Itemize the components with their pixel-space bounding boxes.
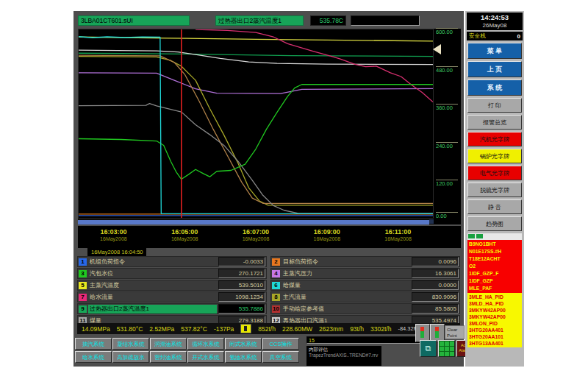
scale-pointer-icon[interactable] — [433, 44, 441, 54]
menu-button[interactable]: 抽汽系统 — [75, 338, 112, 350]
menu-button[interactable]: 密封油系统 — [150, 351, 187, 363]
y-axis-tick-label: 600.00 — [436, 28, 458, 35]
search-input[interactable] — [351, 15, 420, 26]
alarm-item[interactable]: 3MKYW42AP00 — [469, 307, 520, 314]
pen-color-swatch: 8 — [272, 294, 280, 301]
pen-tag-field[interactable]: 3LBA01CT601.sUI — [78, 15, 190, 26]
menu-button[interactable]: 闭式水系统 — [225, 338, 262, 350]
alarm-item[interactable]: 3MLD_HA_PID — [469, 300, 520, 307]
pen-color-swatch: 1 — [79, 258, 87, 266]
alarm-item[interactable]: 3HTG20AA401 — [469, 327, 520, 333]
link-icon: ⧉ — [426, 344, 431, 353]
pen-label: 给水流量 — [88, 293, 217, 302]
pen-legend: 16May2008 16:04:50 1机组负荷指令-0.00333汽包水位27… — [77, 250, 460, 322]
alarm-item[interactable]: 1IDF_GZP — [469, 277, 520, 285]
sidebar-button[interactable]: 菜 单 — [467, 43, 522, 59]
menu-button[interactable]: 循环水系统 — [187, 338, 224, 350]
status-value: 537.82°C — [181, 325, 207, 333]
legend-pen-row-7[interactable]: 7给水流量1098.1234 — [77, 291, 267, 302]
alarm-item[interactable]: 1IDF_GZP_F — [469, 270, 520, 277]
y-axis-tick-label: 360.00 — [436, 104, 458, 111]
y-axis-tick-label: 120.00 — [436, 180, 458, 187]
sidebar-button[interactable]: 系 统 — [467, 79, 522, 96]
pen-value: 539.5010 — [218, 280, 265, 290]
pen-label: 汽包水位 — [88, 269, 217, 278]
status-value: 3302t/h — [370, 325, 391, 333]
trend-svg — [79, 29, 433, 218]
grid-view-button[interactable] — [438, 340, 455, 357]
legend-column-left: 1机组负荷指令-0.00333汽包水位270.17215主蒸汽温度539.501… — [77, 256, 267, 326]
menu-button[interactable]: 润滑油系统 — [150, 338, 187, 350]
trend-line-coal-feed — [79, 37, 433, 214]
tick-time: 16:05:00 — [162, 228, 207, 236]
alarm-nav-chip-icon[interactable] — [476, 234, 483, 238]
legend-pen-row-10[interactable]: 10手动给定参考值85.5805 — [270, 303, 460, 314]
sidebar: 14:24:53 26May08 安全栈 0 菜 单上 页系 统打 印报警总览汽… — [465, 11, 524, 367]
legend-pen-row-9[interactable]: 9过热器出口2蒸汽温度1535.7886 — [77, 303, 267, 314]
mode-indicator-icon[interactable] — [240, 324, 251, 333]
safety-label: 安全栈 — [469, 32, 486, 40]
safety-value: 0 — [517, 33, 520, 40]
horizontal-scrollbar[interactable] — [78, 219, 429, 224]
pen-description-field[interactable]: 过热器出口2蒸汽温度1 — [215, 15, 304, 26]
alarm-item[interactable]: 3MLON_PID — [469, 320, 520, 327]
legend-pen-row-1[interactable]: 1机组负荷指令-0.0033 — [77, 256, 267, 267]
sidebar-button[interactable]: 上 页 — [467, 61, 522, 77]
menu-button[interactable]: 给水系统 — [75, 351, 112, 363]
legend-pen-row-8[interactable]: 8主汽流量830.9096 — [270, 291, 460, 302]
menu-button[interactable]: 高加疏放水 — [112, 351, 149, 363]
menu-button[interactable]: 凝结水系统 — [112, 338, 149, 350]
sidebar-button[interactable]: 脱硫光字牌 — [467, 183, 522, 197]
sidebar-button[interactable]: 打 印 — [467, 98, 522, 113]
sidebar-button[interactable]: 汽机光字牌 — [467, 132, 522, 146]
pen-label: 目标负荷指令 — [282, 258, 410, 266]
legend-pen-row-5[interactable]: 5主蒸汽温度539.5010 — [77, 280, 267, 291]
legend-pen-row-4[interactable]: 4主蒸汽压力16.3061 — [270, 268, 460, 279]
menu-button[interactable]: 真空系统 — [262, 351, 299, 363]
pen-color-swatch: 9 — [79, 305, 87, 313]
clock-time: 14:24:53 — [467, 13, 523, 22]
alarm-item[interactable]: O2 — [469, 263, 520, 270]
alarm-nav-chip-icon[interactable] — [468, 234, 475, 238]
command-output: 内部评估 TrapezTrendAXIS..TREND#7.rrv — [306, 346, 381, 366]
y-axis-tick-label: 0.00 — [436, 212, 458, 219]
legend-pen-row-2[interactable]: 2目标负荷指令0.0096 — [270, 256, 460, 267]
tick-date: 16May2008 — [376, 236, 420, 241]
alarm-item[interactable]: 3HTG20AA101 — [469, 333, 520, 340]
pen-value: 16.3061 — [412, 269, 459, 278]
status-value: 14.09MPa — [82, 325, 110, 333]
sidebar-button[interactable]: 报警总览 — [467, 115, 522, 130]
sidebar-button[interactable]: 趋势图 — [467, 216, 522, 231]
pen-color-swatch: 10 — [272, 305, 280, 313]
link-button[interactable]: ⧉ — [420, 340, 437, 357]
sidebar-button[interactable]: 静 音 — [467, 199, 522, 214]
menu-button[interactable]: CCS操作 — [262, 338, 299, 350]
menu-button[interactable]: 开式水系统 — [187, 351, 224, 363]
sidebar-button[interactable]: 电气光字牌 — [467, 166, 522, 180]
pen-color-swatch: 5 — [79, 282, 87, 289]
alarm-item[interactable]: 3MKYW42AP00 — [469, 314, 520, 320]
alarm-item[interactable]: T18E12ACHT — [469, 255, 520, 263]
clear-point-button[interactable]: Clear Point — [445, 325, 465, 339]
y-axis-tick-label: 240.00 — [436, 142, 458, 149]
alarm-item[interactable]: 3MLE_HA_PID — [469, 294, 520, 300]
alarm-item[interactable]: B9NO1BHT — [469, 241, 520, 248]
trend-plot-area[interactable] — [78, 29, 434, 219]
pen-label: 主蒸汽温度 — [88, 281, 217, 290]
trend-line-manual-ref — [79, 55, 433, 203]
alarm-item[interactable]: MLE_PAF — [469, 285, 520, 292]
command-input[interactable]: 15 — [306, 336, 421, 344]
x-axis-tick: 16:09:0016May2008 — [305, 228, 349, 241]
sidebar-button[interactable]: 锅炉光字牌 — [467, 149, 522, 163]
pen-label: 给煤量 — [282, 281, 410, 290]
menu-button[interactable]: 氢油水系统 — [225, 351, 262, 363]
command-line-2: TrapezTrendAXIS..TREND#7.rrv — [309, 353, 379, 358]
tick-time: 16:09:00 — [305, 228, 349, 236]
legend-pen-row-3[interactable]: 3汽包水位270.1721 — [77, 268, 267, 279]
y-axis-tick-label: 480.00 — [436, 66, 458, 74]
legend-pen-row-6[interactable]: 6给煤量0.0000 — [270, 280, 460, 291]
time-axis: 16:03:0016May200816:05:0016May200816:07:… — [78, 226, 461, 248]
alarm-item[interactable]: 3HTG13AA401 — [469, 340, 520, 347]
pen-value: 830.9096 — [412, 292, 459, 302]
alarm-item[interactable]: N01E17SS.#H — [469, 248, 520, 255]
